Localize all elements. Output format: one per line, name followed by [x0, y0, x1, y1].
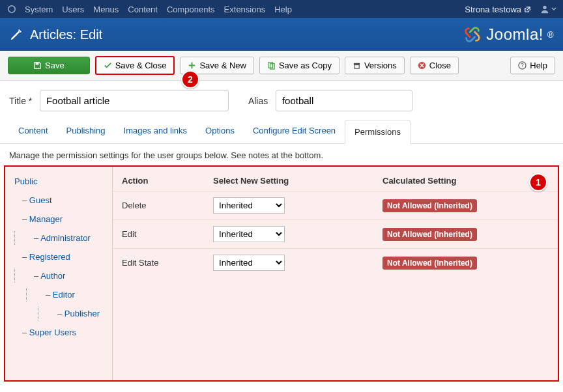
title-input[interactable]: [40, 90, 229, 111]
user-icon: [540, 5, 549, 14]
permissions-panel: 1 Public Guest Manager Administrator Reg…: [4, 165, 559, 382]
group-publisher[interactable]: Publisher: [5, 304, 112, 323]
group-super-users[interactable]: Super Users: [5, 323, 112, 342]
permissions-table-head: Action Select New Setting Calculated Set…: [113, 171, 558, 191]
archive-icon: [353, 61, 361, 70]
group-manager[interactable]: Manager: [5, 210, 112, 229]
permissions-table: Action Select New Setting Calculated Set…: [113, 167, 558, 380]
perm-row-edit-state: Edit State Inherited Not Allowed (Inheri…: [113, 248, 558, 277]
toolbar: Save Save & Close Save & New Save as Cop…: [0, 51, 563, 81]
svg-rect-2: [36, 63, 39, 65]
title-label: Title *: [9, 96, 32, 106]
versions-button[interactable]: Versions: [345, 57, 405, 74]
tab-publishing[interactable]: Publishing: [57, 119, 115, 143]
tab-permissions[interactable]: Permissions: [345, 120, 411, 144]
check-icon: [104, 61, 112, 70]
col-calc-head: Calculated Setting: [383, 176, 549, 186]
title-field-group: Title *: [9, 90, 229, 111]
svg-point-0: [8, 6, 16, 13]
group-administrator[interactable]: Administrator: [5, 229, 112, 247]
menu-extensions[interactable]: Extensions: [224, 5, 266, 14]
svg-rect-6: [354, 65, 359, 69]
callout-badge-1: 1: [529, 173, 547, 191]
pencil-icon: [9, 27, 23, 42]
page-header: Articles: Edit Joomla! ®: [0, 18, 563, 51]
perm-action: Delete: [122, 201, 213, 210]
joomla-brand: Joomla! ®: [463, 25, 554, 44]
page-title: Articles: Edit: [30, 27, 102, 42]
save-label: Save: [45, 61, 65, 70]
external-link-icon: [524, 6, 531, 13]
menu-help[interactable]: Help: [274, 5, 292, 14]
help-button[interactable]: ? Help: [510, 57, 555, 74]
col-action-head: Action: [122, 176, 213, 186]
save-close-label: Save & Close: [115, 61, 167, 70]
copy-icon: [267, 61, 276, 70]
perm-select-edit[interactable]: Inherited: [213, 226, 285, 242]
menu-items: System Users Menus Content Components Ex…: [25, 5, 292, 14]
alias-field-group: Alias: [248, 90, 412, 111]
versions-label: Versions: [364, 61, 397, 70]
permissions-groups: Public Guest Manager Administrator Regis…: [5, 167, 113, 380]
caret-down-icon: [551, 7, 556, 12]
close-label: Close: [429, 61, 451, 70]
save-close-button[interactable]: Save & Close: [95, 56, 175, 75]
alias-input[interactable]: [276, 90, 412, 111]
group-guest[interactable]: Guest: [5, 191, 112, 210]
help-icon: ?: [518, 61, 527, 70]
save-button[interactable]: Save: [8, 57, 90, 74]
perm-row-edit: Edit Inherited Not Allowed (Inherited): [113, 219, 558, 248]
tabs: Content Publishing Images and links Opti…: [0, 119, 563, 144]
menu-system[interactable]: System: [25, 5, 53, 14]
svg-text:?: ?: [521, 62, 524, 68]
perm-calc-delete: Not Allowed (Inherited): [383, 199, 477, 212]
group-registered[interactable]: Registered: [5, 247, 112, 266]
user-menu[interactable]: [540, 5, 556, 14]
save-new-label: Save & New: [199, 61, 246, 70]
help-label: Help: [530, 61, 547, 70]
joomla-brand-text: Joomla!: [486, 25, 543, 44]
site-link[interactable]: Strona testowa: [465, 5, 531, 14]
save-copy-label: Save as Copy: [279, 61, 332, 70]
group-public[interactable]: Public: [5, 172, 112, 191]
apply-icon: [33, 61, 42, 70]
col-select-head: Select New Setting: [213, 176, 383, 186]
permissions-description: Manage the permission settings for the u…: [0, 144, 563, 165]
callout-badge-2: 2: [181, 70, 199, 89]
perm-row-delete: Delete Inherited Not Allowed (Inherited): [113, 191, 558, 219]
perm-select-edit-state[interactable]: Inherited: [213, 255, 285, 271]
site-name: Strona testowa: [465, 5, 521, 14]
joomla-logo-icon: [463, 25, 482, 44]
menu-menus[interactable]: Menus: [93, 5, 119, 14]
menu-content[interactable]: Content: [128, 5, 158, 14]
cancel-icon: [418, 61, 426, 70]
alias-label: Alias: [248, 96, 268, 106]
save-copy-button[interactable]: Save as Copy: [259, 57, 339, 74]
perm-calc-edit-state: Not Allowed (Inherited): [383, 257, 477, 270]
tab-images-links[interactable]: Images and links: [115, 119, 197, 143]
perm-action: Edit State: [122, 258, 213, 268]
perm-calc-edit: Not Allowed (Inherited): [383, 228, 477, 241]
tab-configure-edit[interactable]: Configure Edit Screen: [244, 119, 345, 143]
joomla-mini-icon: [7, 4, 17, 14]
perm-select-delete[interactable]: Inherited: [213, 197, 285, 214]
title-alias-row: Title * Alias: [0, 81, 563, 115]
admin-menubar: System Users Menus Content Components Ex…: [0, 0, 563, 18]
close-button[interactable]: Close: [410, 57, 459, 74]
tab-content[interactable]: Content: [9, 119, 57, 143]
svg-point-1: [543, 6, 546, 9]
plus-icon: [188, 61, 196, 70]
group-author[interactable]: Author: [5, 266, 112, 285]
group-editor[interactable]: Editor: [5, 285, 112, 304]
menu-components[interactable]: Components: [167, 5, 215, 14]
menu-users[interactable]: Users: [62, 5, 84, 14]
perm-action: Edit: [122, 229, 213, 239]
tab-options[interactable]: Options: [196, 119, 244, 143]
